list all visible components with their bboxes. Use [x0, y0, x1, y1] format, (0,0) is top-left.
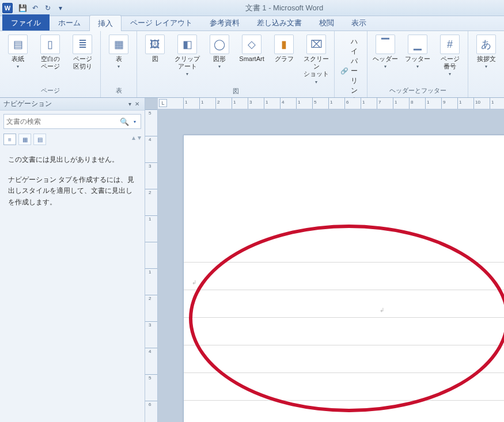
- shapes-icon: ◯: [210, 35, 229, 54]
- tab-selector[interactable]: L: [159, 99, 167, 107]
- nav-search-input[interactable]: [6, 117, 118, 126]
- undo-icon[interactable]: ↶: [29, 2, 41, 14]
- picture-icon: 🖼: [145, 35, 165, 54]
- document-area: L 11213141516171819110111112113114115116…: [145, 98, 504, 422]
- navigation-pane: ナビゲーション ▾ ✕ 🔍 ▾ ≡ ▦ ▤ ▴ ▾ この文書には見出しがありませ…: [0, 98, 145, 422]
- group-label-pages: ページ: [3, 85, 97, 96]
- nav-tab-pages[interactable]: ▦: [18, 134, 31, 145]
- screenshot-icon: ⌧: [306, 35, 326, 54]
- nav-expand-icon[interactable]: ▾: [138, 134, 141, 145]
- ribbon-tabs: ファイル ホーム 挿入 ページ レイアウト 参考資料 差し込み文書 校閲 表示: [0, 16, 504, 31]
- table-button[interactable]: ▦ 表: [104, 33, 133, 70]
- nav-dropdown-icon[interactable]: ▾: [127, 101, 133, 107]
- document-title: 文書 1 - Microsoft Word: [245, 3, 324, 13]
- tab-home[interactable]: ホーム: [50, 14, 89, 31]
- header-button[interactable]: ▔ ヘッダー: [371, 33, 400, 70]
- shapes-button[interactable]: ◯ 図形: [205, 33, 234, 70]
- tab-insert[interactable]: 挿入: [89, 15, 122, 31]
- main-area: ナビゲーション ▾ ✕ 🔍 ▾ ≡ ▦ ▤ ▴ ▾ この文書には見出しがありませ…: [0, 98, 504, 422]
- greeting-text-button[interactable]: あ 挨拶文: [472, 33, 501, 70]
- nav-content: この文書には見出しがありません。 ナビゲーション タブを作成するには、見出しスタ…: [0, 149, 145, 214]
- group-text: あ 挨拶文: [468, 31, 504, 97]
- page-number-button[interactable]: # ページ 番号: [435, 33, 464, 78]
- tab-review[interactable]: 校閲: [310, 14, 343, 31]
- search-dropdown-icon[interactable]: ▾: [131, 119, 138, 124]
- horizontal-ruler[interactable]: L 11213141516171819110111112113114115116…: [158, 98, 504, 109]
- clipart-icon: ◧: [177, 35, 197, 54]
- nav-view-tabs: ≡ ▦ ▤ ▴ ▾: [0, 132, 145, 149]
- blank-page-icon: ▯: [40, 35, 60, 54]
- nav-close-icon[interactable]: ✕: [133, 101, 141, 107]
- smartart-button[interactable]: ◇ SmartArt: [237, 33, 266, 64]
- tab-file[interactable]: ファイル: [2, 14, 50, 31]
- nav-tab-results[interactable]: ▤: [33, 134, 46, 145]
- hyperlink-icon: 🔗: [340, 67, 348, 76]
- vertical-ruler[interactable]: 54321123456: [145, 109, 158, 422]
- group-links: 🔗 ハイパーリンク 🔖 ブックマーク ↔ 相互参照 リンク: [335, 31, 367, 97]
- smartart-icon: ◇: [242, 35, 262, 54]
- search-icon[interactable]: 🔍: [118, 117, 131, 126]
- page-break-icon: ≣: [73, 35, 92, 54]
- nav-pane-header: ナビゲーション ▾ ✕: [0, 98, 145, 111]
- group-label-illustrations: 図: [141, 86, 331, 97]
- group-pages: ▤ 表紙 ▯ 空白の ページ ≣ ページ 区切り ページ: [0, 31, 101, 97]
- clipart-button[interactable]: ◧ クリップ アート: [173, 33, 202, 78]
- tab-references[interactable]: 参考資料: [201, 14, 248, 31]
- header-icon: ▔: [376, 35, 395, 54]
- save-icon[interactable]: 💾: [17, 2, 28, 14]
- nav-pane-title: ナビゲーション: [3, 99, 52, 109]
- group-tables: ▦ 表 表: [101, 31, 137, 97]
- title-bar: W 💾 ↶ ↻ ▾ 文書 1 - Microsoft Word: [0, 0, 504, 16]
- ribbon-insert: ▤ 表紙 ▯ 空白の ページ ≣ ページ 区切り ページ ▦ 表 表: [0, 31, 504, 98]
- footer-button[interactable]: ▁ フッター: [403, 33, 432, 70]
- chart-button[interactable]: ▮ グラフ: [270, 33, 298, 64]
- page-number-icon: #: [440, 35, 460, 54]
- chart-icon: ▮: [274, 35, 294, 54]
- qat-customize-icon[interactable]: ▾: [55, 2, 66, 14]
- blank-page-button[interactable]: ▯ 空白の ページ: [36, 33, 65, 71]
- cover-page-icon: ▤: [8, 35, 28, 54]
- picture-button[interactable]: 🖼 図: [141, 33, 169, 64]
- group-header-footer: ▔ ヘッダー ▁ フッター # ページ 番号 ヘッダーとフッター: [367, 31, 468, 97]
- nav-tab-headings[interactable]: ≡: [3, 134, 16, 145]
- group-label-tables: 表: [104, 85, 133, 96]
- nav-message-1: この文書には見出しがありません。: [8, 154, 137, 165]
- group-illustrations: 🖼 図 ◧ クリップ アート ◯ 図形 ◇ SmartArt ▮ グラフ ⌧ ス…: [137, 31, 335, 97]
- word-app-icon: W: [2, 3, 13, 13]
- greeting-icon: あ: [476, 35, 496, 54]
- document-scroll[interactable]: ↲ ↲: [158, 109, 504, 422]
- paragraph-mark: ↲: [192, 279, 196, 286]
- nav-search-box[interactable]: 🔍 ▾: [3, 114, 141, 129]
- nav-message-2: ナビゲーション タブを作成するには、見出しスタイルを適用して、文書に見出しを作成…: [8, 174, 137, 208]
- tab-page-layout[interactable]: ページ レイアウト: [122, 14, 201, 31]
- page-1[interactable]: ↲ ↲: [183, 135, 504, 422]
- page-break-button[interactable]: ≣ ページ 区切り: [68, 33, 97, 71]
- screenshot-button[interactable]: ⌧ スクリーン ショット: [302, 33, 331, 86]
- table-icon: ▦: [109, 35, 128, 54]
- tab-view[interactable]: 表示: [343, 14, 375, 31]
- redo-icon[interactable]: ↻: [42, 2, 54, 14]
- group-label-header-footer: ヘッダーとフッター: [371, 85, 464, 96]
- nav-collapse-icon[interactable]: ▴: [132, 134, 135, 145]
- hyperlink-label: ハイパーリンク: [351, 37, 361, 105]
- tab-mailings[interactable]: 差し込み文書: [248, 14, 310, 31]
- hyperlink-button[interactable]: 🔗 ハイパーリンク: [338, 36, 363, 107]
- footer-icon: ▁: [408, 35, 427, 54]
- cover-page-button[interactable]: ▤ 表紙: [3, 33, 32, 70]
- paragraph-mark: ↲: [380, 307, 384, 313]
